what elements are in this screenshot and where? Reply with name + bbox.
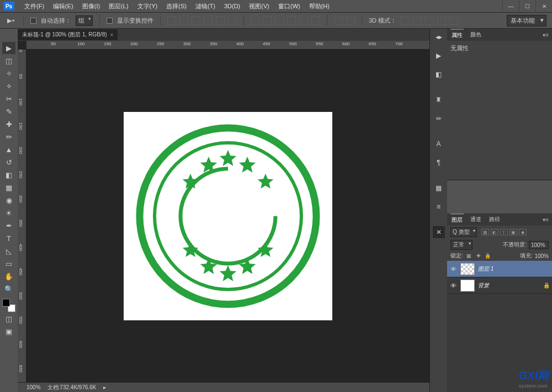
- auto-select-dropdown[interactable]: 组: [76, 15, 93, 26]
- menu-view[interactable]: 视图(V): [245, 2, 274, 10]
- menu-3d[interactable]: 3D(D): [220, 3, 245, 9]
- menu-window[interactable]: 窗口(W): [274, 2, 305, 10]
- menu-type[interactable]: 文字(Y): [133, 2, 162, 10]
- distribute-icon[interactable]: [299, 16, 308, 25]
- info-icon[interactable]: ≡: [433, 201, 445, 213]
- distribute-icon[interactable]: [251, 16, 259, 25]
- info-arrow-icon[interactable]: ▸: [103, 384, 106, 390]
- auto-select-checkbox[interactable]: [30, 18, 36, 24]
- gradient-tool[interactable]: ▦: [2, 181, 15, 194]
- quickmask-tool[interactable]: ◫: [2, 313, 15, 325]
- layer-name[interactable]: 背景: [478, 282, 489, 289]
- paragraph-icon[interactable]: ¶: [433, 157, 445, 169]
- wand-tool[interactable]: ⟡: [2, 80, 15, 92]
- brush-preset-icon[interactable]: ✏: [433, 112, 445, 125]
- dock-handle-icon[interactable]: ◂▸: [433, 31, 445, 43]
- history-brush-tool[interactable]: ↺: [2, 156, 15, 168]
- filter-icon[interactable]: T: [500, 229, 508, 235]
- tab-close-icon[interactable]: ×: [110, 32, 114, 38]
- extra-icon[interactable]: [346, 16, 355, 25]
- distribute-icon[interactable]: [275, 16, 284, 25]
- minimize-button[interactable]: —: [502, 1, 519, 12]
- swatches-icon[interactable]: ◧: [433, 68, 445, 80]
- layer-thumbnail[interactable]: [460, 280, 475, 292]
- canvas-viewport[interactable]: [26, 50, 429, 382]
- color-swatches[interactable]: [2, 299, 15, 312]
- path-tool[interactable]: ◺: [2, 245, 15, 257]
- channels-tab[interactable]: 通道: [469, 214, 482, 225]
- layers-tab[interactable]: 图层: [450, 213, 464, 225]
- lock-all-icon[interactable]: 🔒: [484, 253, 492, 259]
- brush-tool[interactable]: ✏: [2, 131, 15, 143]
- align-icon[interactable]: [216, 16, 225, 25]
- menu-edit[interactable]: 编辑(E): [49, 2, 78, 10]
- crop-tool[interactable]: ✂: [2, 93, 15, 105]
- distribute-icon[interactable]: [311, 16, 320, 25]
- lasso-tool[interactable]: ✧: [2, 67, 15, 79]
- nav-icon[interactable]: ▦: [433, 182, 445, 194]
- stamp-tool[interactable]: ▲: [2, 143, 15, 155]
- distribute-icon[interactable]: [263, 16, 272, 25]
- history-icon[interactable]: ▶: [433, 50, 445, 62]
- align-icon[interactable]: [204, 16, 213, 25]
- workspace-dropdown[interactable]: 基本功能: [507, 15, 546, 26]
- mode3d-icon[interactable]: [449, 16, 458, 25]
- mode3d-icon[interactable]: [425, 16, 434, 25]
- align-icon[interactable]: [179, 16, 188, 25]
- dodge-tool[interactable]: ☀: [2, 207, 15, 219]
- paths-tab[interactable]: 路径: [488, 214, 501, 225]
- visibility-icon[interactable]: 👁: [449, 266, 457, 272]
- panel-menu-icon[interactable]: ▾≡: [543, 32, 549, 38]
- hand-tool[interactable]: ✋: [2, 270, 15, 282]
- layer-name[interactable]: 图层 1: [478, 265, 493, 273]
- mode3d-icon[interactable]: [401, 16, 410, 25]
- blur-tool[interactable]: ◉: [2, 194, 15, 206]
- layer-row[interactable]: 👁图层 1: [447, 261, 552, 277]
- menu-file[interactable]: 文件(F): [20, 2, 49, 10]
- mode3d-icon[interactable]: [437, 16, 446, 25]
- menu-select[interactable]: 选择(S): [162, 2, 191, 10]
- canvas[interactable]: [124, 112, 332, 320]
- tool-preset-icon[interactable]: ✕: [433, 226, 445, 238]
- layer-thumbnail[interactable]: [460, 263, 475, 275]
- filter-icon[interactable]: ◆: [519, 229, 527, 235]
- filter-icon[interactable]: ▣: [509, 229, 517, 235]
- move-tool[interactable]: ▶: [2, 42, 15, 54]
- brushes-icon[interactable]: ♜: [433, 94, 445, 106]
- layer-row[interactable]: 👁背景🔒: [447, 277, 552, 294]
- character-icon[interactable]: A: [433, 138, 445, 150]
- menu-filter[interactable]: 滤镜(T): [191, 2, 220, 10]
- align-icon[interactable]: [167, 16, 176, 25]
- mode3d-icon[interactable]: [413, 16, 422, 25]
- zoom-tool[interactable]: 🔍: [2, 283, 15, 295]
- document-tab[interactable]: 未标题-1 @ 100% (图层 1, RGB/8) ×: [18, 29, 118, 40]
- maximize-button[interactable]: ☐: [519, 1, 535, 12]
- type-tool[interactable]: T: [2, 232, 15, 244]
- align-icon[interactable]: [192, 16, 200, 25]
- shape-tool[interactable]: ▭: [2, 257, 15, 270]
- kind-filter-dropdown[interactable]: Q 类型: [450, 227, 477, 237]
- distribute-icon[interactable]: [287, 16, 296, 25]
- blend-mode-dropdown[interactable]: 正常: [450, 240, 473, 250]
- menu-layer[interactable]: 图层(L): [104, 2, 132, 10]
- lock-pixel-icon[interactable]: ▦: [465, 253, 473, 259]
- menu-image[interactable]: 图像(I): [78, 2, 104, 10]
- align-icon[interactable]: [228, 16, 237, 25]
- zoom-value[interactable]: 100%: [26, 384, 41, 390]
- lock-position-icon[interactable]: ✚: [475, 253, 482, 259]
- pen-tool[interactable]: ✒: [2, 219, 15, 232]
- screenmode-tool[interactable]: ▣: [2, 325, 15, 337]
- properties-tab[interactable]: 属性: [450, 29, 464, 41]
- extra-icon[interactable]: [334, 16, 343, 25]
- visibility-icon[interactable]: 👁: [449, 282, 457, 289]
- panel-menu-icon[interactable]: ▾≡: [543, 217, 549, 223]
- opacity-field[interactable]: 100%: [529, 241, 549, 249]
- close-button[interactable]: ✕: [535, 1, 552, 12]
- eyedropper-tool[interactable]: ✎: [2, 105, 15, 117]
- healing-tool[interactable]: ✚: [2, 118, 15, 130]
- show-transform-checkbox[interactable]: [107, 18, 113, 24]
- eraser-tool[interactable]: ◧: [2, 169, 15, 181]
- menu-help[interactable]: 帮助(H): [305, 2, 334, 10]
- fill-field[interactable]: 100%: [534, 253, 549, 259]
- filter-icon[interactable]: ▦: [481, 229, 489, 235]
